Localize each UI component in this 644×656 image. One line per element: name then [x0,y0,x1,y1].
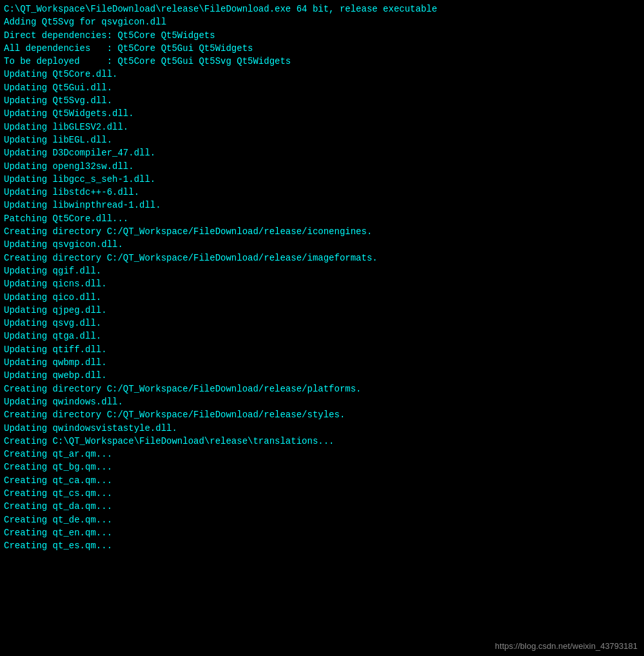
terminal-output: C:\QT_Workspace\FileDownload\release\Fil… [4,3,640,552]
terminal-line: Updating qicns.dll. [4,277,640,290]
terminal-line: Updating qtga.dll. [4,330,640,343]
terminal-line: Updating qjpeg.dll. [4,304,640,317]
terminal-line: Updating libGLESV2.dll. [4,121,640,134]
terminal-line: Updating qwindows.dll. [4,395,640,408]
terminal-line: Updating Qt5Core.dll. [4,68,640,81]
terminal-line: Updating Qt5Svg.dll. [4,94,640,107]
terminal-line: Updating libEGL.dll. [4,134,640,146]
terminal-line: Updating qico.dll. [4,291,640,304]
terminal-line: Creating qt_cs.qm... [4,487,640,500]
terminal-line: Updating Qt5Widgets.dll. [4,107,640,120]
terminal-line: Creating directory C:/QT_Workspace/FileD… [4,383,640,395]
terminal-line: Updating qgif.dll. [4,264,640,277]
terminal-line: Creating directory C:/QT_Workspace/FileD… [4,252,640,264]
terminal-line: All dependencies : Qt5Core Qt5Gui Qt5Wid… [4,42,640,55]
terminal-line: Creating qt_da.qm... [4,500,640,513]
terminal-line: Creating C:\QT_Workspace\FileDownload\re… [4,435,640,448]
terminal-line: Updating qwebp.dll. [4,369,640,382]
terminal-line: Updating qtiff.dll. [4,343,640,356]
terminal-line: Creating qt_ca.qm... [4,474,640,487]
terminal-line: Updating D3Dcompiler_47.dll. [4,146,640,159]
terminal-line: Creating directory C:/QT_Workspace/FileD… [4,225,640,238]
terminal-line: Patching Qt5Core.dll... [4,212,640,225]
terminal-line: Updating libstdc++-6.dll. [4,186,640,199]
terminal-line: Creating directory C:/QT_Workspace/FileD… [4,408,640,421]
terminal-line: Creating qt_es.qm... [4,539,640,552]
terminal-line: Adding Qt5Svg for qsvgicon.dll [4,15,640,28]
terminal-line: C:\QT_Workspace\FileDownload\release\Fil… [4,3,640,15]
terminal-line: Creating qt_ar.qm... [4,448,640,461]
terminal-line: To be deployed : Qt5Core Qt5Gui Qt5Svg Q… [4,55,640,68]
terminal-line: Updating qwbmp.dll. [4,356,640,369]
terminal-line: Updating libwinpthread-1.dll. [4,199,640,212]
terminal-window: C:\QT_Workspace\FileDownload\release\Fil… [0,0,644,656]
terminal-line: Updating qwindowsvistastyle.dll. [4,422,640,435]
terminal-line: Updating opengl32sw.dll. [4,160,640,173]
terminal-line: Updating qsvgicon.dll. [4,238,640,251]
terminal-line: Creating qt_en.qm... [4,526,640,539]
watermark: https://blog.csdn.net/weixin_43793181 [495,641,638,651]
terminal-line: Updating Qt5Gui.dll. [4,81,640,94]
terminal-line: Creating qt_bg.qm... [4,461,640,473]
terminal-line: Creating qt_de.qm... [4,513,640,526]
terminal-line: Updating qsvg.dll. [4,317,640,330]
terminal-line: Direct dependencies: Qt5Core Qt5Widgets [4,29,640,42]
terminal-line: Updating libgcc_s_seh-1.dll. [4,173,640,186]
